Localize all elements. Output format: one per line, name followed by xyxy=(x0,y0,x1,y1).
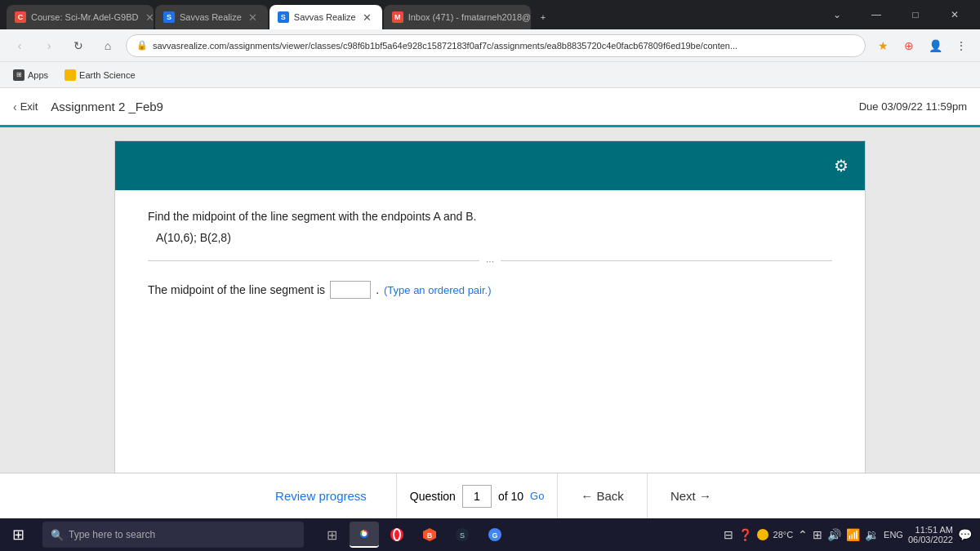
tab-label-1: Course: Sci-Mr.Adel-G9BD xyxy=(31,12,138,22)
tab-savvas-active[interactable]: S Savvas Realize ✕ xyxy=(270,5,382,29)
svg-text:G: G xyxy=(492,531,497,540)
assignment-title: Assignment 2 _Feb9 xyxy=(51,100,163,113)
exit-button[interactable]: ‹ Exit xyxy=(13,100,38,113)
extensions-icon[interactable]: ⊕ xyxy=(898,35,920,56)
start-button[interactable]: ⊞ xyxy=(0,518,36,551)
review-progress-button[interactable]: Review progress xyxy=(246,473,397,519)
taskbar-search[interactable]: 🔍 Type here to search xyxy=(42,522,304,548)
taskbar-opera-app[interactable] xyxy=(382,522,412,548)
network-icon[interactable]: 📶 xyxy=(846,528,860,541)
language-label: ENG xyxy=(884,530,903,540)
forward-button[interactable]: › xyxy=(38,34,60,57)
svg-point-2 xyxy=(390,528,403,541)
tab-savvas-1[interactable]: S Savvas Realize ✕ xyxy=(155,5,268,29)
toolbar-icons: ★ ⊕ 👤 ⋮ xyxy=(872,35,972,56)
address-box[interactable]: 🔒 savvasrealize.com/assignments/viewer/c… xyxy=(126,34,866,57)
of-label: of 10 xyxy=(498,490,523,503)
tab-inbox[interactable]: M Inbox (471) - fmatarneh2018@g... ✕ xyxy=(384,5,531,29)
taskbar-middle: ⊞ B xyxy=(310,522,715,548)
apps-grid-icon: ⊞ xyxy=(13,69,24,81)
clock-time: 11:51 AM xyxy=(908,525,953,535)
chevron-up-icon[interactable]: ⌃ xyxy=(798,528,808,541)
answer-input[interactable] xyxy=(330,281,371,299)
volume-icon[interactable]: 🔊 xyxy=(827,528,841,541)
taskbar-multiview-icon[interactable]: ⊞ xyxy=(317,522,346,548)
tab-search-button[interactable]: ⌄ xyxy=(818,0,856,29)
question-nav: Question of 10 Go xyxy=(397,473,559,519)
refresh-button[interactable]: ↻ xyxy=(67,34,90,57)
due-date: Due 03/09/22 11:59pm xyxy=(859,100,967,113)
tab-close-2[interactable]: ✕ xyxy=(247,11,260,24)
divider-dots: ··· xyxy=(479,256,501,267)
answer-prefix: The midpoint of the line segment is xyxy=(148,283,325,296)
app-header: ‹ Exit Assignment 2 _Feb9 Due 03/09/22 1… xyxy=(0,88,980,127)
address-text: savvasrealize.com/assignments/viewer/cla… xyxy=(153,41,737,51)
question-text: Find the midpoint of the line segment wi… xyxy=(148,210,832,223)
more-options-icon[interactable]: ⋮ xyxy=(951,35,972,56)
tab-favicon-4: M xyxy=(392,11,403,23)
endpoints-text: A(10,6); B(2,8) xyxy=(148,231,832,244)
taskbar: ⊞ 🔍 Type here to search ⊞ xyxy=(0,518,980,551)
answer-hint: (Type an ordered pair.) xyxy=(384,284,492,296)
maximize-button[interactable]: □ xyxy=(897,0,934,29)
address-bar-row: ‹ › ↻ ⌂ 🔒 savvasrealize.com/assignments/… xyxy=(0,29,980,62)
answer-row: The midpoint of the line segment is . (T… xyxy=(148,281,832,299)
taskview-icon[interactable]: ⊞ xyxy=(813,528,822,541)
new-tab-button[interactable]: + xyxy=(532,5,554,29)
question-header: ⚙ xyxy=(115,141,865,190)
settings-icon[interactable]: ⚙ xyxy=(834,156,849,176)
minimize-button[interactable]: — xyxy=(858,0,895,29)
notifications-icon[interactable]: 💬 xyxy=(958,528,972,541)
earth-science-bookmark[interactable]: Earth Science xyxy=(60,68,140,82)
clock-date: 06/03/2022 xyxy=(908,535,953,544)
question-number-input[interactable] xyxy=(462,485,492,508)
show-desktop-icon[interactable]: ⊟ xyxy=(724,528,733,541)
earth-science-label: Earth Science xyxy=(79,70,135,80)
back-nav-button[interactable]: ← Back xyxy=(558,473,648,519)
close-button[interactable]: ✕ xyxy=(936,0,973,29)
status-dot xyxy=(757,529,768,540)
speaker-icon[interactable]: 🔉 xyxy=(865,528,879,541)
taskbar-app-5[interactable]: G xyxy=(480,522,510,548)
taskbar-chrome-app[interactable] xyxy=(350,522,379,548)
home-button[interactable]: ⌂ xyxy=(96,34,119,57)
tab-group: C Course: Sci-Mr.Adel-G9BD ✕ S Savvas Re… xyxy=(7,0,812,29)
taskbar-brave-app[interactable]: B xyxy=(415,522,444,548)
search-placeholder: Type here to search xyxy=(69,529,155,540)
taskbar-clock[interactable]: 11:51 AM 06/03/2022 xyxy=(908,525,953,544)
tab-favicon-3: S xyxy=(278,11,289,23)
google-icon: G xyxy=(488,527,502,542)
tab-close-3[interactable]: ✕ xyxy=(361,11,374,24)
search-icon: 🔍 xyxy=(51,529,64,541)
back-button[interactable]: ‹ xyxy=(8,34,31,57)
taskbar-right: ⊟ ❓ 28°C ⌃ ⊞ 🔊 📶 🔉 ENG 11:51 AM 06/03/20… xyxy=(715,525,980,544)
profile-icon[interactable]: 👤 xyxy=(924,35,946,56)
tab-favicon-2: S xyxy=(163,11,175,23)
windows-icon: ⊞ xyxy=(12,526,24,544)
bookmark-favicon xyxy=(65,69,76,81)
taskbar-steam-app[interactable]: S xyxy=(448,522,477,548)
next-nav-button[interactable]: Next → xyxy=(648,473,734,519)
system-help-icon[interactable]: ❓ xyxy=(738,528,752,541)
go-button[interactable]: Go xyxy=(530,490,544,502)
exit-label: Exit xyxy=(20,100,38,113)
tab-close-1[interactable]: ✕ xyxy=(143,11,154,24)
tab-favicon-1: C xyxy=(15,11,26,23)
tab-label-2: Savvas Realize xyxy=(180,12,242,22)
steam-icon: S xyxy=(455,527,470,542)
footer-nav: Review progress Question of 10 Go ← Back… xyxy=(0,473,980,518)
browser-window-controls: ⌄ — □ ✕ xyxy=(818,0,973,29)
bookmark-icon[interactable]: ★ xyxy=(872,35,893,56)
svg-point-1 xyxy=(362,531,367,536)
svg-text:S: S xyxy=(460,531,465,540)
apps-label: Apps xyxy=(28,70,48,80)
new-tab-icon: + xyxy=(541,12,546,22)
question-body: Find the midpoint of the line segment wi… xyxy=(115,190,865,473)
bookmarks-bar: ⊞ Apps Earth Science xyxy=(0,62,980,88)
tab-course[interactable]: C Course: Sci-Mr.Adel-G9BD ✕ xyxy=(7,5,154,29)
brave-icon: B xyxy=(422,527,437,542)
apps-bookmark[interactable]: ⊞ Apps xyxy=(8,68,53,82)
browser-titlebar: C Course: Sci-Mr.Adel-G9BD ✕ S Savvas Re… xyxy=(0,0,980,29)
tab-label-3: Savvas Realize xyxy=(294,12,356,22)
temperature-label: 28°C xyxy=(773,530,794,540)
